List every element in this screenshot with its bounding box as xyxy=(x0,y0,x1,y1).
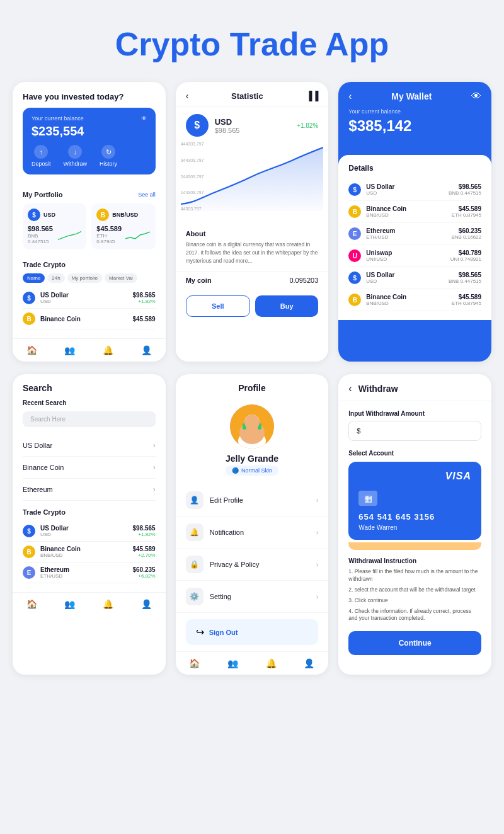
withdraw-icon: ↓ xyxy=(68,145,82,159)
history-action[interactable]: ↻ History xyxy=(100,145,117,167)
see-all-btn[interactable]: See all xyxy=(138,191,156,198)
filter-name[interactable]: Name xyxy=(23,273,45,283)
nav-users-icon[interactable]: 👥 xyxy=(227,658,238,668)
instructions-title: Withdrawal Instruction xyxy=(348,557,481,564)
app-search: Search Recent Search Search Here US Doll… xyxy=(13,374,166,675)
wallet-coin-uni[interactable]: U Uniswap UNI/USD $40.789 UNI 0.748921 xyxy=(348,245,481,267)
instruction-4: 4. Check the information. If already cor… xyxy=(348,608,481,623)
about-title: About xyxy=(186,230,319,237)
instruction-2: 2. select the account that will be the w… xyxy=(348,586,481,594)
menu-privacy[interactable]: 🔒 Privacy & Policy › xyxy=(176,549,329,581)
usd-coin-icon: $ xyxy=(28,208,40,221)
nav-bell-icon[interactable]: 🔔 xyxy=(266,658,277,668)
wallet-back-btn[interactable]: ‹ xyxy=(348,91,352,102)
wallet-coin-usd2[interactable]: $ US Dollar USD $98.565 BNB 0.447515 xyxy=(348,267,481,289)
stat-title: Statistic xyxy=(231,91,263,101)
wallet-coin-usd1[interactable]: $ US Dollar USD $98.565 BNB 0.447515 xyxy=(348,179,481,201)
search-trade-usd[interactable]: $ US Dollar USD $98.565 +1.82% xyxy=(23,521,156,542)
trade-item-bnb[interactable]: B Binance Coin $45.589 xyxy=(23,309,156,329)
search-trade-eth[interactable]: E Ethereum ETH/USD $60.235 +6.82% xyxy=(23,563,156,583)
search-placeholder: Search Here xyxy=(30,416,66,423)
about-text: Binance coin is a digital currency that … xyxy=(186,241,319,265)
stat-coin-icon: $ xyxy=(186,114,209,137)
withdrawal-instructions: Withdrawal Instruction 1. Please fill in… xyxy=(348,557,481,622)
my-coin-value: 0.095203 xyxy=(289,277,318,284)
chevron-icon: › xyxy=(316,593,319,600)
badge-icon: 🔵 xyxy=(232,467,239,474)
chevron-right-icon: › xyxy=(153,463,156,472)
dashboard-bottom-nav: 🏠 👥 🔔 👤 xyxy=(13,338,166,362)
withdraw-back-btn[interactable]: ‹ xyxy=(348,383,352,394)
credit-card[interactable]: VISA ▦ 654 541 645 3156 Wade Warren xyxy=(348,462,481,540)
nav-profile-icon[interactable]: 👤 xyxy=(141,345,152,355)
card-number: 654 541 645 3156 xyxy=(358,512,471,522)
trade-usd-icon: $ xyxy=(23,292,35,304)
dashboard-question: Have you invested today? xyxy=(23,92,156,101)
stat-chart: 444303.797 344303.797 244303.797 144303.… xyxy=(176,142,329,224)
instruction-1: 1. Please fill in the filed how much is … xyxy=(348,568,481,583)
page-header: Crypto Trade App xyxy=(0,0,504,82)
nav-home-icon[interactable]: 🏠 xyxy=(26,599,37,609)
buy-button[interactable]: Buy xyxy=(255,295,318,317)
chevron-right-icon: › xyxy=(153,485,156,494)
nav-home-icon[interactable]: 🏠 xyxy=(189,658,200,668)
wallet-coin-eth[interactable]: E Ethereum ETH/USD $60.235 BNB 0.16622 xyxy=(348,223,481,245)
search-item-usd[interactable]: US Dollar › xyxy=(23,435,156,457)
wallet-coin-bnb1[interactable]: B Binance Coin BNB/USD $45.589 ETH 0.879… xyxy=(348,201,481,223)
menu-notification[interactable]: 🔔 Notification › xyxy=(176,517,329,549)
signout-button[interactable]: ↪ Sign Out xyxy=(186,619,319,645)
avatar xyxy=(230,404,274,448)
deposit-icon: ↑ xyxy=(34,145,48,159)
profile-menu: 👤 Edit Profile › 🔔 Notification › 🔒 Priv… xyxy=(176,484,329,613)
bars-icon: ▐▐ xyxy=(306,91,318,101)
app-dashboard: Have you invested today? Your current ba… xyxy=(13,82,166,362)
trade-filters: Name 24h My portfolio Market Val xyxy=(23,273,156,283)
notification-icon: 🔔 xyxy=(186,523,203,541)
nav-users-icon[interactable]: 👥 xyxy=(64,599,75,609)
badge-text: Normal Skin xyxy=(241,467,272,474)
nav-bell-icon[interactable]: 🔔 xyxy=(103,345,113,355)
stat-coin-price: $98.565 xyxy=(215,127,240,134)
wallet-balance: $385,142 xyxy=(348,117,481,135)
filter-market[interactable]: Market Val xyxy=(105,273,137,283)
menu-setting[interactable]: ⚙️ Setting › xyxy=(176,581,329,613)
search-input[interactable]: Search Here xyxy=(23,411,156,427)
filter-portfolio[interactable]: My portfolio xyxy=(67,273,102,283)
bnb-coin-icon: B xyxy=(96,208,109,221)
search-trade-bnb[interactable]: B Binance Coin BNB/USD $45.589 +2.70% xyxy=(23,542,156,563)
mini-chart-usd xyxy=(58,229,81,241)
filter-24h[interactable]: 24h xyxy=(47,273,64,283)
title-blue: App xyxy=(325,26,389,62)
search-item-eth[interactable]: Ethereum › xyxy=(23,479,156,501)
trade-item-usd[interactable]: $ US Dollar USD $98.565 +1.82% xyxy=(23,288,156,309)
stat-back-btn[interactable]: ‹ xyxy=(186,91,189,101)
nav-profile-icon[interactable]: 👤 xyxy=(141,599,152,609)
continue-button[interactable]: Continue xyxy=(348,631,481,655)
withdrawal-amount-input[interactable] xyxy=(348,421,481,441)
balance-amount: $235,554 xyxy=(32,124,147,139)
eye-icon: 👁 xyxy=(141,115,147,122)
wallet-coin-bnb2[interactable]: B Binance Coin BNB/USD $45.589 ETH 0.879… xyxy=(348,289,481,311)
nav-users-icon[interactable]: 👥 xyxy=(64,345,75,355)
nav-bell-icon[interactable]: 🔔 xyxy=(103,599,113,609)
chevron-icon: › xyxy=(316,561,319,568)
app-profile: Profile Jelly Grande 🔵 Normal Skin xyxy=(176,374,329,675)
privacy-icon: 🔒 xyxy=(186,556,203,573)
edit-profile-icon: 👤 xyxy=(186,491,203,509)
svg-point-6 xyxy=(244,414,260,430)
search-item-bnb[interactable]: Binance Coin › xyxy=(23,457,156,479)
app-statistic: ‹ Statistic ▐▐ $ USD $98.565 +1.82% 4443… xyxy=(176,82,329,362)
portfolio-item-bnb[interactable]: B BNB/USD $45.589 ETH 0.87945 xyxy=(91,203,155,249)
nav-profile-icon[interactable]: 👤 xyxy=(304,658,314,668)
mini-chart-bnb xyxy=(125,229,150,241)
menu-edit-profile[interactable]: 👤 Edit Profile › xyxy=(176,484,329,517)
withdraw-action[interactable]: ↓ Withdraw xyxy=(64,145,88,167)
history-icon: ↻ xyxy=(101,145,115,159)
deposit-action[interactable]: ↑ Deposit xyxy=(32,145,51,167)
stat-coin-name: USD xyxy=(215,117,240,127)
account-label: Select Account xyxy=(348,450,481,457)
portfolio-item-usd[interactable]: $ USD $98.565 BNB 0.447515 xyxy=(23,203,86,249)
sell-button[interactable]: Sell xyxy=(186,295,250,317)
profile-title: Profile xyxy=(186,383,319,393)
nav-home-icon[interactable]: 🏠 xyxy=(26,345,37,355)
